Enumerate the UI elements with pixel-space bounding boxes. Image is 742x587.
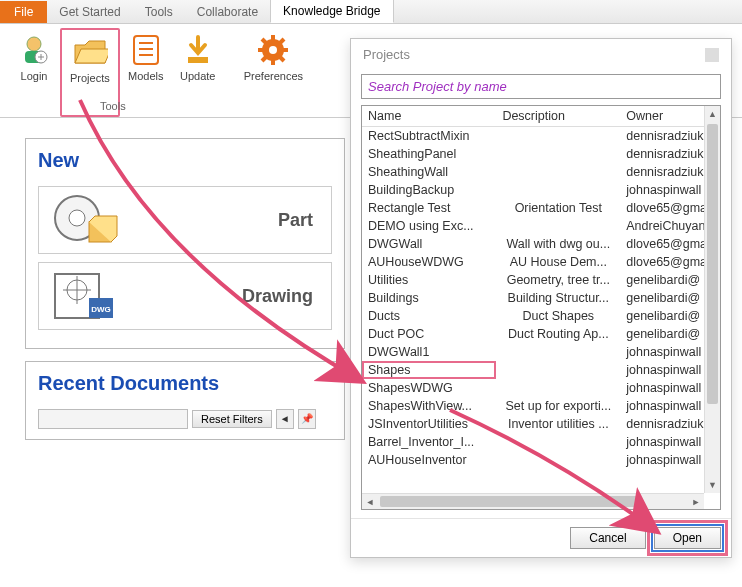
svg-line-15: [280, 57, 284, 61]
cell-name: SheathingPanel: [362, 145, 496, 163]
login-icon: [16, 32, 52, 68]
recent-panel-title: Recent Documents: [38, 372, 332, 395]
reset-filters-button[interactable]: Reset Filters: [192, 410, 272, 428]
filter-pin-button[interactable]: 📌: [298, 409, 316, 429]
ribbon-projects-label: Projects: [70, 72, 110, 84]
cell-desc: [496, 127, 620, 146]
cell-desc: Inventor utilities ...: [496, 415, 620, 433]
table-row[interactable]: RectSubtractMixindennisradziuk: [362, 127, 720, 146]
scroll-down-arrow[interactable]: ▼: [705, 477, 720, 493]
ribbon-group-label: Tools: [100, 100, 126, 112]
ribbon-login-label: Login: [21, 70, 48, 82]
menubar: File Get Started Tools Collaborate Knowl…: [0, 0, 742, 24]
recent-panel: Recent Documents Reset Filters ◄ 📌: [25, 361, 345, 440]
scroll-right-arrow[interactable]: ►: [688, 494, 704, 509]
cell-name: Utilities: [362, 271, 496, 289]
vertical-scrollbar[interactable]: ▲ ▼: [704, 106, 720, 493]
menu-collaborate[interactable]: Collaborate: [185, 1, 270, 23]
cell-desc: [496, 217, 620, 235]
table-row[interactable]: BuildingBackupjohnaspinwall: [362, 181, 720, 199]
table-row[interactable]: ShapesWDWGjohnaspinwall: [362, 379, 720, 397]
cell-name: BuildingBackup: [362, 181, 496, 199]
models-icon: [128, 32, 164, 68]
svg-line-14: [262, 39, 266, 43]
table-row[interactable]: JSInventorUtilitiesInventor utilities ..…: [362, 415, 720, 433]
projects-table-container: Name Description Owner RectSubtractMixin…: [361, 105, 721, 510]
table-row[interactable]: Duct POCDuct Routing Ap...genelibardi@: [362, 325, 720, 343]
ribbon-update-label: Update: [180, 70, 215, 82]
ribbon-models-label: Models: [128, 70, 163, 82]
cancel-button[interactable]: Cancel: [570, 527, 645, 549]
cell-name: Duct POC: [362, 325, 496, 343]
new-panel-title: New: [38, 149, 332, 172]
cell-desc: Building Structur...: [496, 289, 620, 307]
cell-name: Ducts: [362, 307, 496, 325]
cell-desc: [496, 163, 620, 181]
table-row[interactable]: DWGWall1johnaspinwall: [362, 343, 720, 361]
update-icon: [180, 32, 216, 68]
svg-text:DWG: DWG: [91, 305, 111, 314]
new-drawing-item[interactable]: DWG Drawing: [38, 262, 332, 330]
table-row[interactable]: BuildingsBuilding Structur...genelibardi…: [362, 289, 720, 307]
cell-desc: [496, 145, 620, 163]
cell-desc: [496, 181, 620, 199]
svg-line-17: [280, 39, 284, 43]
cell-desc: Orientation Test: [496, 199, 620, 217]
svg-point-19: [69, 210, 85, 226]
search-project-input[interactable]: [361, 74, 721, 99]
table-row[interactable]: AUHouseWDWGAU House Dem...dlove65@gma: [362, 253, 720, 271]
pro-badge: PRO: [0, 0, 25, 13]
drawing-icon: DWG: [49, 268, 119, 324]
scroll-left-arrow[interactable]: ◄: [362, 494, 378, 509]
menu-tools[interactable]: Tools: [133, 1, 185, 23]
menu-get-started[interactable]: Get Started: [47, 1, 132, 23]
cell-desc: [496, 451, 620, 469]
table-row[interactable]: DEMO using Exc...AndreiChuyan: [362, 217, 720, 235]
ribbon-login[interactable]: Login: [8, 28, 60, 117]
scroll-up-arrow[interactable]: ▲: [705, 106, 720, 122]
cell-name: Barrel_Inventor_I...: [362, 433, 496, 451]
table-row[interactable]: SheathingPaneldennisradziuk: [362, 145, 720, 163]
ribbon-models[interactable]: Models: [120, 28, 172, 117]
table-row[interactable]: Barrel_Inventor_I...johnaspinwall: [362, 433, 720, 451]
ribbon-update[interactable]: Update: [172, 28, 224, 117]
table-row[interactable]: DuctsDuct Shapesgenelibardi@: [362, 307, 720, 325]
cell-name: DWGWall: [362, 235, 496, 253]
svg-rect-7: [188, 57, 208, 63]
horizontal-scrollbar[interactable]: ◄ ►: [362, 493, 704, 509]
new-part-label: Part: [119, 210, 321, 231]
cell-desc: Set up for exporti...: [496, 397, 620, 415]
scroll-thumb-horizontal[interactable]: [380, 496, 640, 507]
col-name-header[interactable]: Name: [362, 106, 496, 127]
preferences-icon: [255, 32, 291, 68]
cell-name: AUHouseWDWG: [362, 253, 496, 271]
cell-name: AUHouseInventor: [362, 451, 496, 469]
table-row[interactable]: DWGWallWall with dwg ou...dlove65@gma: [362, 235, 720, 253]
table-row[interactable]: Rectangle TestOrientation Testdlove65@gm…: [362, 199, 720, 217]
table-row[interactable]: AUHouseInventorjohnaspinwall: [362, 451, 720, 469]
cell-name: RectSubtractMixin: [362, 127, 496, 146]
projects-table: Name Description Owner RectSubtractMixin…: [362, 106, 720, 469]
cell-desc: [496, 361, 620, 379]
part-icon: [49, 192, 119, 248]
table-row[interactable]: SheathingWalldennisradziuk: [362, 163, 720, 181]
ribbon-preferences[interactable]: Preferences: [236, 28, 311, 117]
dialog-close-button[interactable]: [705, 48, 719, 62]
table-row[interactable]: Shapesjohnaspinwall: [362, 361, 720, 379]
table-row[interactable]: UtilitiesGeometry, tree tr...genelibardi…: [362, 271, 720, 289]
open-button[interactable]: Open: [654, 527, 721, 549]
new-part-item[interactable]: Part: [38, 186, 332, 254]
menu-knowledge-bridge[interactable]: Knowledge Bridge: [270, 0, 393, 23]
table-row[interactable]: ShapesWithView...Set up for exporti...jo…: [362, 397, 720, 415]
col-desc-header[interactable]: Description: [496, 106, 620, 127]
scroll-thumb-vertical[interactable]: [707, 124, 718, 404]
filter-input[interactable]: [38, 409, 188, 429]
cell-desc: Geometry, tree tr...: [496, 271, 620, 289]
cell-name: ShapesWDWG: [362, 379, 496, 397]
svg-point-0: [27, 37, 41, 51]
filter-prev-button[interactable]: ◄: [276, 409, 294, 429]
cell-desc: Duct Shapes: [496, 307, 620, 325]
cell-desc: [496, 343, 620, 361]
cell-name: Shapes: [362, 361, 496, 379]
cell-desc: AU House Dem...: [496, 253, 620, 271]
